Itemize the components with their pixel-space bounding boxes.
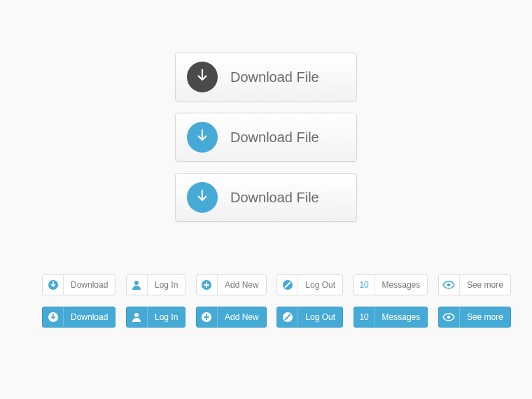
see-more-button[interactable]: See more bbox=[438, 274, 511, 295]
small-button-row-blue: Download Log In Add New Log Out 10 Messa… bbox=[42, 307, 511, 328]
button-label: Add New bbox=[218, 275, 266, 295]
slash-icon bbox=[277, 275, 298, 295]
messages-button[interactable]: 10 Messages bbox=[354, 274, 428, 295]
download-icon bbox=[187, 122, 218, 153]
button-label: See more bbox=[460, 275, 510, 295]
button-label: Download bbox=[64, 275, 115, 295]
svg-point-12 bbox=[447, 284, 450, 286]
button-label: Download File bbox=[230, 130, 319, 146]
button-label: Add New bbox=[218, 307, 266, 327]
button-label: Download bbox=[64, 307, 115, 327]
logout-button[interactable]: Log Out bbox=[276, 307, 343, 328]
button-label: Messages bbox=[375, 307, 428, 327]
eye-icon bbox=[439, 307, 460, 327]
logout-button[interactable]: Log Out bbox=[276, 274, 343, 295]
user-icon bbox=[127, 275, 148, 295]
slash-icon bbox=[277, 307, 298, 327]
download-file-button-blue-alt[interactable]: Download File bbox=[175, 173, 357, 222]
button-label: Log In bbox=[148, 275, 185, 295]
download-file-button-dark[interactable]: Download File bbox=[175, 52, 357, 102]
svg-point-15 bbox=[134, 313, 139, 317]
button-label: See more bbox=[460, 307, 510, 327]
see-more-button[interactable]: See more bbox=[438, 307, 511, 328]
login-button[interactable]: Log In bbox=[126, 274, 186, 295]
button-label: Log Out bbox=[298, 275, 342, 295]
button-label: Log Out bbox=[298, 307, 342, 327]
button-label: Log In bbox=[148, 307, 185, 327]
svg-point-6 bbox=[134, 281, 139, 285]
button-label: Download File bbox=[230, 69, 319, 85]
messages-badge: 10 bbox=[354, 275, 375, 295]
download-icon bbox=[187, 62, 218, 92]
button-label: Download File bbox=[230, 190, 319, 206]
login-button[interactable]: Log In bbox=[126, 307, 186, 328]
messages-badge: 10 bbox=[354, 307, 375, 327]
large-button-group: Download File Download File Download Fil… bbox=[175, 52, 357, 222]
svg-point-21 bbox=[447, 316, 450, 318]
download-file-button-blue[interactable]: Download File bbox=[175, 113, 357, 162]
add-new-button[interactable]: Add New bbox=[196, 274, 267, 295]
button-label: Messages bbox=[375, 275, 428, 295]
download-button[interactable]: Download bbox=[42, 307, 115, 328]
plus-icon bbox=[197, 275, 218, 295]
download-icon bbox=[187, 182, 218, 213]
download-icon bbox=[43, 307, 64, 327]
plus-icon bbox=[197, 307, 218, 327]
add-new-button[interactable]: Add New bbox=[196, 307, 267, 328]
eye-icon bbox=[439, 275, 460, 295]
download-icon bbox=[43, 275, 64, 295]
messages-button[interactable]: 10 Messages bbox=[354, 307, 428, 328]
user-icon bbox=[127, 307, 148, 327]
download-button[interactable]: Download bbox=[42, 274, 115, 295]
small-button-row-light: Download Log In Add New Log Out 10 Messa… bbox=[42, 274, 511, 295]
